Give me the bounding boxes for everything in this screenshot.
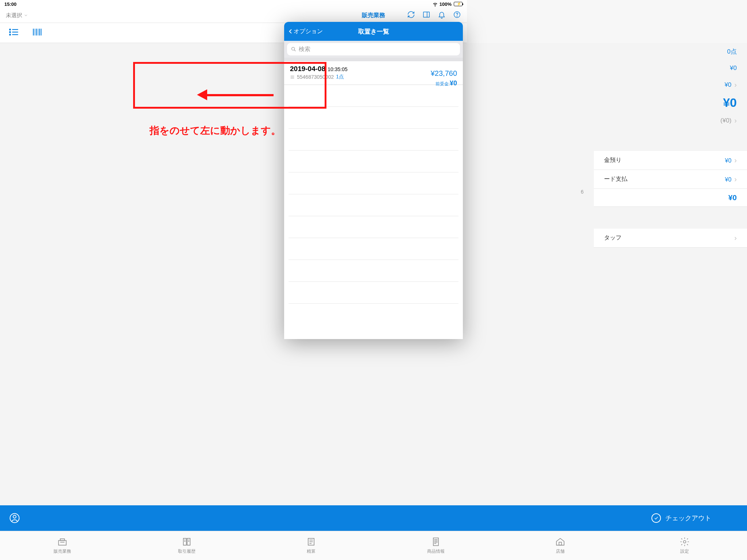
search-input[interactable]: 検索: [287, 43, 460, 55]
battery-percent: 100%: [440, 1, 452, 7]
svg-point-9: [9, 34, 11, 35]
svg-point-3: [457, 16, 457, 16]
item-prepay: 前受金:¥0: [436, 79, 457, 87]
svg-rect-12: [36, 29, 37, 36]
layaway-modal: オプション 取置き一覧 検索 2019-04-0810:35:05 554687…: [284, 22, 463, 339]
item-price: ¥23,760: [431, 69, 457, 78]
search-icon: [291, 46, 297, 52]
svg-line-37: [294, 50, 296, 51]
svg-rect-10: [33, 29, 34, 36]
svg-rect-13: [38, 29, 38, 36]
battery-icon: ⚡: [454, 2, 462, 6]
annotation-text: 指をのせて左に動かします。: [150, 124, 281, 137]
svg-rect-0: [423, 12, 430, 18]
wifi-icon: [432, 1, 438, 7]
list-icon[interactable]: [9, 27, 19, 39]
svg-point-7: [9, 29, 11, 30]
svg-rect-11: [35, 29, 35, 36]
clock: 15:00: [4, 1, 16, 7]
help-icon[interactable]: [453, 11, 461, 20]
selection-dropdown[interactable]: 未選択: [6, 12, 28, 19]
svg-point-8: [9, 32, 11, 33]
back-button[interactable]: オプション: [288, 27, 323, 35]
app-header: 未選択 販売業務: [0, 8, 467, 23]
panel-icon[interactable]: [422, 11, 430, 20]
bell-icon[interactable]: [438, 11, 446, 20]
barcode-icon[interactable]: [32, 27, 42, 39]
page-title: 販売業務: [362, 12, 385, 19]
refresh-icon[interactable]: [407, 11, 415, 20]
layaway-item[interactable]: 2019-04-0810:35:05 5546873050002 1点 ¥23,…: [284, 61, 463, 85]
modal-title: 取置き一覧: [358, 27, 389, 36]
svg-point-36: [292, 47, 295, 50]
annotation-arrow: [197, 89, 274, 100]
svg-rect-15: [40, 29, 41, 36]
receipt-icon: [290, 75, 295, 79]
status-bar: 15:00 100% ⚡: [0, 0, 467, 8]
svg-rect-14: [39, 29, 40, 36]
